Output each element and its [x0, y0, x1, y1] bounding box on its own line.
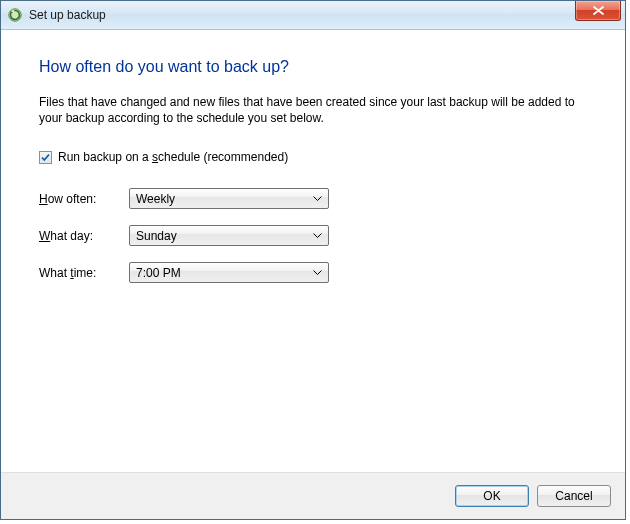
what-day-label: What day:: [39, 229, 129, 243]
close-button[interactable]: [575, 1, 621, 21]
how-often-dropdown[interactable]: Weekly: [129, 188, 329, 209]
chevron-down-icon: [309, 263, 326, 282]
what-time-dropdown[interactable]: 7:00 PM: [129, 262, 329, 283]
description-text: Files that have changed and new files th…: [39, 94, 579, 126]
what-day-dropdown[interactable]: Sunday: [129, 225, 329, 246]
ok-button[interactable]: OK: [455, 485, 529, 507]
run-on-schedule-checkbox[interactable]: [39, 151, 52, 164]
page-heading: How often do you want to back up?: [39, 58, 587, 76]
what-time-value: 7:00 PM: [136, 266, 181, 280]
backup-schedule-dialog: Set up backup How often do you want to b…: [0, 0, 626, 520]
titlebar: Set up backup: [1, 1, 625, 30]
what-time-row: What time: 7:00 PM: [39, 262, 587, 283]
dialog-footer: OK Cancel: [1, 472, 625, 519]
how-often-value: Weekly: [136, 192, 175, 206]
chevron-down-icon: [309, 189, 326, 208]
what-day-value: Sunday: [136, 229, 177, 243]
backup-app-icon: [7, 7, 23, 23]
window-title: Set up backup: [29, 8, 106, 22]
run-on-schedule-label[interactable]: Run backup on a schedule (recommended): [58, 150, 288, 164]
run-on-schedule-row: Run backup on a schedule (recommended): [39, 150, 587, 164]
what-time-label: What time:: [39, 266, 129, 280]
what-day-row: What day: Sunday: [39, 225, 587, 246]
content: How often do you want to back up? Files …: [1, 30, 625, 472]
how-often-row: How often: Weekly: [39, 188, 587, 209]
how-often-label: How often:: [39, 192, 129, 206]
client-area: How often do you want to back up? Files …: [1, 30, 625, 519]
cancel-button[interactable]: Cancel: [537, 485, 611, 507]
chevron-down-icon: [309, 226, 326, 245]
